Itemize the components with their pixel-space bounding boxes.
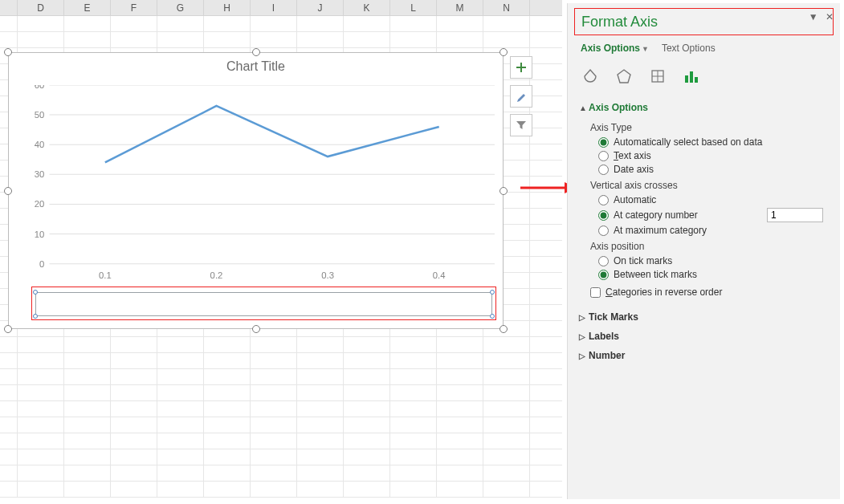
col-header[interactable]: J: [297, 0, 344, 15]
tab-text-options[interactable]: Text Options: [662, 40, 716, 56]
x-axis-highlight-annotation: [31, 287, 496, 320]
svg-text:60: 60: [35, 85, 45, 90]
svg-text:40: 40: [35, 140, 45, 149]
chart-svg: 0102030405060 0.10.20.30.4: [33, 85, 495, 288]
radio-cross-at-category[interactable]: At category number: [598, 208, 823, 222]
chart-filters-button[interactable]: [510, 114, 532, 136]
svg-text:0.3: 0.3: [321, 270, 334, 280]
funnel-icon: [516, 120, 527, 131]
col-header[interactable]: G: [157, 0, 204, 15]
chart-side-buttons: [510, 56, 534, 143]
effects-icon[interactable]: [614, 67, 634, 86]
col-header[interactable]: M: [437, 0, 483, 15]
section-axis-options[interactable]: ▲Axis Options: [579, 98, 829, 117]
chart-object[interactable]: Chart Title 0102030405060 0.10.20.30.4: [8, 52, 504, 329]
svg-text:0.1: 0.1: [99, 270, 112, 280]
x-axis-selection[interactable]: [35, 292, 492, 316]
radio-date-axis[interactable]: Date axis: [598, 164, 829, 175]
radio-on-tick-marks[interactable]: On tick marks: [598, 255, 829, 266]
svg-text:20: 20: [35, 200, 45, 209]
svg-text:0.4: 0.4: [433, 270, 446, 280]
svg-text:30: 30: [35, 169, 45, 179]
format-axis-pane: ▼ ✕ Format Axis Axis Options▼ Text Optio…: [567, 3, 840, 499]
col-header[interactable]: L: [390, 0, 437, 15]
svg-rect-25: [690, 71, 693, 83]
tab-axis-options[interactable]: Axis Options▼: [581, 40, 649, 56]
axis-type-label: Axis Type: [590, 122, 829, 133]
section-tick-marks[interactable]: ▷Tick Marks: [579, 307, 829, 327]
col-header[interactable]: D: [18, 0, 64, 15]
chart-plot-area[interactable]: 0102030405060 0.10.20.30.4: [33, 85, 495, 288]
pane-title: Format Axis: [581, 14, 658, 30]
svg-rect-26: [695, 77, 698, 83]
checkbox-reverse-categories[interactable]: Categories in reverse order: [590, 287, 829, 298]
axis-options-icon[interactable]: [682, 67, 701, 86]
chart-styles-button[interactable]: [510, 85, 532, 108]
pane-menu-icon[interactable]: ▼: [809, 11, 818, 22]
column-headers: D E F G H I J K L M N: [0, 0, 562, 16]
svg-text:50: 50: [35, 110, 45, 120]
chart-elements-button[interactable]: [510, 56, 532, 79]
svg-rect-24: [685, 75, 688, 83]
fill-line-icon[interactable]: [581, 67, 600, 86]
size-properties-icon[interactable]: [648, 67, 667, 86]
col-header[interactable]: N: [483, 0, 530, 15]
plus-icon: [516, 62, 527, 73]
section-labels[interactable]: ▷Labels: [579, 327, 829, 346]
col-header[interactable]: E: [64, 0, 111, 15]
radio-text-axis[interactable]: Text axis: [598, 150, 829, 161]
chart-title[interactable]: Chart Title: [9, 53, 503, 77]
brush-icon: [516, 91, 527, 102]
col-header[interactable]: F: [111, 0, 157, 15]
section-number[interactable]: ▷Number: [579, 346, 829, 365]
col-header[interactable]: K: [344, 0, 390, 15]
radio-cross-auto[interactable]: Automatic: [598, 194, 829, 205]
radio-between-tick-marks[interactable]: Between tick marks: [598, 269, 829, 280]
radio-auto-axis-type[interactable]: Automatically select based on data: [598, 136, 829, 148]
radio-cross-at-max[interactable]: At maximum category: [598, 225, 829, 236]
svg-text:0: 0: [39, 259, 44, 269]
pane-close-icon[interactable]: ✕: [826, 11, 834, 22]
row-head-gutter: [0, 0, 18, 15]
vertical-crosses-label: Vertical axis crosses: [590, 180, 829, 191]
col-header[interactable]: H: [204, 0, 251, 15]
cross-category-input[interactable]: [767, 208, 823, 222]
svg-text:10: 10: [35, 230, 45, 239]
col-header[interactable]: I: [251, 0, 297, 15]
pane-title-highlight: Format Axis: [574, 8, 834, 35]
axis-position-label: Axis position: [590, 241, 829, 252]
svg-text:0.2: 0.2: [210, 270, 223, 280]
svg-marker-20: [618, 70, 630, 83]
